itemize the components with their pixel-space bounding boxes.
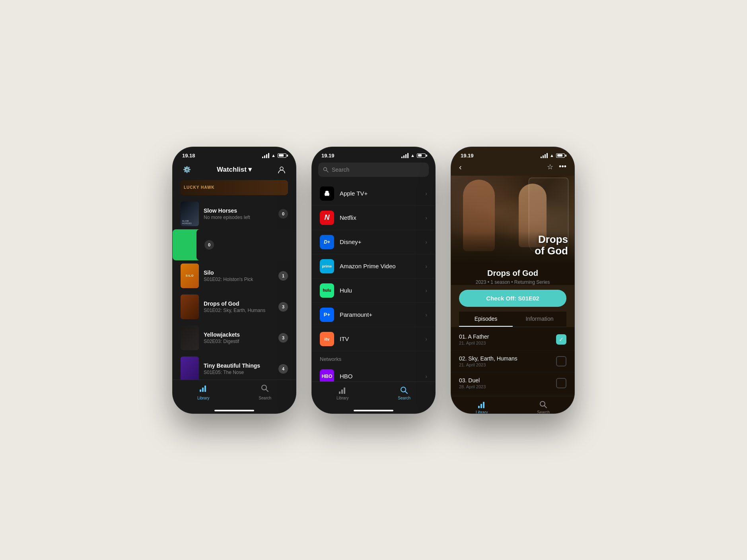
episode-row-3[interactable]: 03. Duel 28. April 2023 xyxy=(451,372,574,394)
settings-button[interactable]: ⚙️ xyxy=(181,163,193,176)
stream-item-paramount[interactable]: P+ Paramount+ › xyxy=(312,303,435,327)
signal-icon xyxy=(262,153,269,158)
episode-text-2: 02. Sky, Earth, Humans 21. April 2023 xyxy=(459,355,556,367)
svg-rect-13 xyxy=(478,406,480,408)
nav-search-3[interactable]: Search xyxy=(537,400,550,413)
status-bar-2: 19.19 ▲ xyxy=(312,147,435,161)
stream-name-prime: Amazon Prime Video xyxy=(340,263,420,269)
logo-hbo: HBO xyxy=(320,369,334,382)
episode-list: 01. A Father 21. April 2023 ✓ 02. Sky, E… xyxy=(451,327,574,396)
battery-icon-3 xyxy=(556,153,565,158)
episode-badge-slow-horses: 0 xyxy=(278,209,288,219)
networks-label: Networks xyxy=(312,351,435,364)
episode-title-3: 03. Duel xyxy=(459,377,556,384)
chevron-paramount: › xyxy=(425,312,427,318)
show-item-silo[interactable]: SILO Silo S01E02: Holston's Pick 1 xyxy=(173,260,296,291)
stream-item-itv[interactable]: itv ITV › xyxy=(312,327,435,351)
svg-rect-9 xyxy=(341,389,343,394)
wifi-icon-3: ▲ xyxy=(550,153,554,158)
check-mark-icon: ✓ xyxy=(559,336,564,343)
episode-tabs: Episodes Information xyxy=(459,312,566,327)
swipe-item[interactable]: ✓ 0 xyxy=(173,229,296,260)
show-info-drops: Drops of God S01E02: Sky, Earth, Humans xyxy=(204,300,274,313)
show-detail-info: Drops of God 2023 • 1 season • Returning… xyxy=(451,263,574,285)
svg-rect-8 xyxy=(339,391,340,394)
nav-search-label-3: Search xyxy=(537,410,550,413)
home-indicator-1 xyxy=(214,410,254,411)
nav-library-3[interactable]: Library xyxy=(476,400,488,413)
status-bar-1: 19.18 ▲ xyxy=(173,147,296,161)
chevron-itv: › xyxy=(425,336,427,342)
poster-title-line2: of God xyxy=(535,245,568,257)
show-info-slow-horses: Slow Horses No more episodes left xyxy=(204,207,274,220)
episode-badge-tiny: 4 xyxy=(278,364,288,374)
stream-item-appletv[interactable]: Apple TV+ › xyxy=(312,182,435,206)
show-subtitle-silo: S01E02: Holston's Pick xyxy=(204,277,274,282)
nav-search-2[interactable]: Search xyxy=(398,386,410,400)
episode-date-2: 21. April 2023 xyxy=(459,362,556,367)
phone-2: 19.19 ▲ Search xyxy=(312,147,435,413)
show-title-slow-horses: Slow Horses xyxy=(204,207,274,214)
battery-icon xyxy=(278,153,286,158)
show-thumb-silo: SILO xyxy=(181,264,199,288)
chevron-hbo: › xyxy=(425,373,427,380)
back-button[interactable]: ‹ xyxy=(459,163,472,172)
nav-library-label-1: Library xyxy=(197,396,210,400)
search-placeholder: Search xyxy=(332,167,349,173)
show-info-tiny: Tiny Beautiful Things S01E05: The Nose xyxy=(204,362,274,375)
watchlist-header: ⚙️ Watchlist ▾ xyxy=(173,161,296,180)
chevron-hulu: › xyxy=(425,287,427,294)
library-icon-3 xyxy=(477,400,486,409)
swipe-foreground: 0 xyxy=(196,229,296,260)
show-subtitle-slow-horses: No more episodes left xyxy=(204,215,274,220)
bookmark-button[interactable]: ☆ xyxy=(547,163,553,171)
library-icon xyxy=(199,384,208,395)
stream-item-disney[interactable]: D+ Disney+ › xyxy=(312,230,435,254)
stream-name-appletv: Apple TV+ xyxy=(340,190,420,197)
chevron-disney: › xyxy=(425,239,427,245)
episode-row-1[interactable]: 01. A Father 21. April 2023 ✓ xyxy=(451,329,574,351)
logo-prime: prime xyxy=(320,259,334,273)
show-item-drops[interactable]: Drops of God S01E02: Sky, Earth, Humans … xyxy=(173,291,296,322)
bottom-nav-1: Library Search xyxy=(173,380,296,408)
logo-netflix: N xyxy=(320,211,334,225)
tab-episodes[interactable]: Episodes xyxy=(459,312,513,327)
episode-title-2: 02. Sky, Earth, Humans xyxy=(459,355,556,362)
phone-2-content: Search Apple TV+ › N Netflix › xyxy=(312,161,435,411)
status-icons-3: ▲ xyxy=(541,153,565,158)
show-item-yellowjackets[interactable]: Yellowjackets S02E03: Digestif 3 xyxy=(173,322,296,353)
show-thumb-yellowjackets xyxy=(181,326,199,350)
nav-search-1[interactable]: Search xyxy=(259,384,271,400)
episode-row-2[interactable]: 02. Sky, Earth, Humans 21. April 2023 xyxy=(451,351,574,372)
stream-item-netflix[interactable]: N Netflix › xyxy=(312,206,435,230)
stream-item-hbo[interactable]: HBO HBO › xyxy=(312,364,435,382)
nav-library-label-3: Library xyxy=(476,410,488,413)
more-button[interactable]: ••• xyxy=(559,163,566,171)
status-icons-1: ▲ xyxy=(262,153,286,158)
stream-name-paramount: Paramount+ xyxy=(340,311,420,318)
profile-button[interactable] xyxy=(275,163,288,176)
stream-item-hulu[interactable]: hulu Hulu › xyxy=(312,279,435,303)
tab-information[interactable]: Information xyxy=(513,312,566,327)
show-title-yellowjackets: Yellowjackets xyxy=(204,331,274,338)
svg-point-0 xyxy=(280,167,283,170)
show-item-slow-horses[interactable]: SLOW HORSES Slow Horses No more episodes… xyxy=(173,198,296,229)
show-title-tiny: Tiny Beautiful Things xyxy=(204,362,274,369)
episode-checkbox-2[interactable] xyxy=(556,356,566,366)
library-icon-2 xyxy=(338,386,347,395)
search-bar[interactable]: Search xyxy=(318,163,429,177)
nav-library-1[interactable]: Library xyxy=(197,384,210,400)
episode-date-3: 28. April 2023 xyxy=(459,384,556,389)
episode-text-1: 01. A Father 21. April 2023 xyxy=(459,333,556,345)
episode-badge-yellowjackets: 3 xyxy=(278,333,288,343)
check-off-button[interactable]: Check Off: S01E02 xyxy=(459,290,566,307)
nav-library-2[interactable]: Library xyxy=(337,386,349,400)
nav-search-label-1: Search xyxy=(259,396,271,400)
show-detail-meta: 2023 • 1 season • Returning Series xyxy=(459,279,566,285)
phone-3: 19.19 ▲ ‹ ☆ ••• xyxy=(451,147,574,413)
stream-item-prime[interactable]: prime Amazon Prime Video › xyxy=(312,254,435,279)
show-item-tiny[interactable]: Tiny Beautiful Things S01E05: The Nose 4 xyxy=(173,353,296,380)
episode-checkbox-1[interactable]: ✓ xyxy=(556,334,566,345)
episode-checkbox-3[interactable] xyxy=(556,378,566,388)
logo-disney: D+ xyxy=(320,235,334,249)
